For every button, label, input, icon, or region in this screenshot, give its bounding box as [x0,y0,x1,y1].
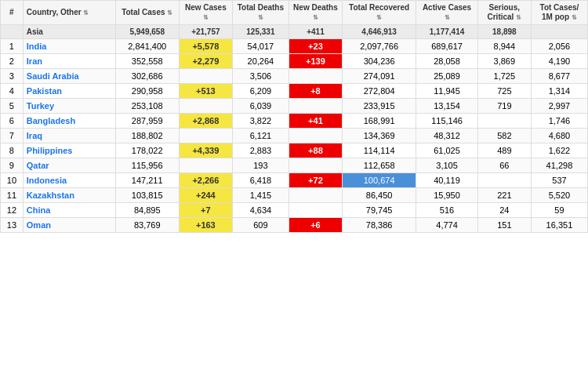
row-new-deaths: +8 [289,84,342,99]
sort-arrow-total-recovered: ⇅ [376,14,382,21]
row-total-deaths: 1,415 [232,188,289,203]
col-total-deaths-header[interactable]: Total Deaths ⇅ [232,1,289,25]
row-total-deaths: 54,017 [232,39,289,54]
row-country[interactable]: Kazakhstan [23,188,115,203]
country-link[interactable]: India [27,42,47,51]
row-total-cases: 253,108 [115,99,179,114]
row-serious [477,114,531,129]
country-link[interactable]: China [27,205,51,215]
row-country[interactable]: Oman [23,218,115,233]
row-new-cases: +2,266 [179,173,232,188]
row-country[interactable]: Saudi Arabia [23,69,115,84]
country-link[interactable]: Oman [27,220,51,230]
country-link[interactable]: Iran [27,56,42,66]
row-num: 8 [1,143,24,158]
row-total-deaths: 20,264 [232,54,289,69]
row-new-cases: +163 [179,218,232,233]
row-total-cases: 83,769 [115,218,179,233]
sort-arrow-new-cases: ⇅ [203,14,209,21]
row-active-cases: 25,089 [416,69,478,84]
row-total-cases: 178,022 [115,143,179,158]
region-tot-per-m [531,25,587,39]
row-total-recovered: 112,658 [342,158,416,173]
row-active-cases: 4,774 [416,218,478,233]
row-new-deaths: +6 [289,218,342,233]
country-link[interactable]: Iraq [27,131,42,140]
row-num: 13 [1,218,24,233]
col-total-recovered-header[interactable]: Total Recovered ⇅ [342,1,416,25]
col-total-deaths-label: Total Deaths [238,3,284,12]
row-total-recovered: 233,915 [342,99,416,114]
col-tot-per-m-header[interactable]: Tot Cases/ 1M pop ⇅ [531,1,587,25]
row-new-deaths: +72 [289,173,342,188]
country-link[interactable]: Saudi Arabia [27,71,79,81]
row-total-deaths: 4,634 [232,203,289,218]
row-tot-per-m: 16,351 [531,218,587,233]
row-country[interactable]: Qatar [23,158,115,173]
row-total-recovered: 79,745 [342,203,416,218]
row-num: 2 [1,54,24,69]
col-serious-header[interactable]: Serious, Critical ⇅ [477,1,531,25]
covid-table: # Country, Other ⇅ Total Cases ⇅ New Cas… [0,0,588,233]
row-total-recovered: 78,386 [342,218,416,233]
table-row: 10Indonesia147,211+2,2666,418+72100,6744… [1,173,588,188]
row-country[interactable]: Indonesia [23,173,115,188]
row-country[interactable]: China [23,203,115,218]
row-new-deaths: +23 [289,39,342,54]
row-total-recovered: 114,114 [342,143,416,158]
row-total-recovered: 134,369 [342,129,416,143]
row-country[interactable]: Bangladesh [23,114,115,129]
country-link[interactable]: Indonesia [27,176,67,185]
region-row-asia: Asia 5,949,658 +21,757 125,331 +411 4,64… [1,25,588,39]
row-serious: 221 [477,188,531,203]
row-serious: 24 [477,203,531,218]
country-link[interactable]: Turkey [27,101,54,111]
row-country[interactable]: Pakistan [23,84,115,99]
row-country[interactable]: Turkey [23,99,115,114]
row-total-cases: 115,956 [115,158,179,173]
col-total-cases-header[interactable]: Total Cases ⇅ [115,1,179,25]
country-link[interactable]: Pakistan [27,86,62,96]
col-active-cases-header[interactable]: Active Cases ⇅ [416,1,478,25]
row-country[interactable]: Iraq [23,129,115,143]
row-active-cases: 11,945 [416,84,478,99]
col-num-header[interactable]: # [1,1,24,25]
row-new-cases: +2,279 [179,54,232,69]
row-serious: 1,725 [477,69,531,84]
row-total-deaths: 193 [232,158,289,173]
country-link[interactable]: Bangladesh [27,116,75,125]
col-num-label: # [9,8,14,16]
row-total-deaths: 2,883 [232,143,289,158]
row-new-cases: +5,578 [179,39,232,54]
row-num: 7 [1,129,24,143]
col-new-cases-label: New Cases [185,3,227,12]
col-new-cases-header[interactable]: New Cases ⇅ [179,1,232,25]
row-new-deaths: +88 [289,143,342,158]
row-tot-per-m: 1,746 [531,114,587,129]
col-country-header[interactable]: Country, Other ⇅ [23,1,115,25]
region-new-deaths: +411 [289,25,342,39]
col-total-recovered-label: Total Recovered [349,3,409,12]
col-active-cases-label: Active Cases [423,3,471,12]
row-total-cases: 188,802 [115,129,179,143]
row-total-cases: 147,211 [115,173,179,188]
row-active-cases: 3,105 [416,158,478,173]
row-serious: 151 [477,218,531,233]
row-country[interactable]: Philippines [23,143,115,158]
country-link[interactable]: Qatar [27,161,49,170]
row-active-cases: 48,312 [416,129,478,143]
row-country[interactable]: Iran [23,54,115,69]
row-total-cases: 287,959 [115,114,179,129]
country-link[interactable]: Kazakhstan [27,191,74,200]
row-total-deaths: 6,121 [232,129,289,143]
row-tot-per-m: 1,314 [531,84,587,99]
row-tot-per-m: 2,997 [531,99,587,114]
row-country[interactable]: India [23,39,115,54]
col-new-deaths-label: New Deaths [293,3,338,12]
sort-arrow-total-deaths: ⇅ [258,14,263,21]
row-active-cases: 61,025 [416,143,478,158]
row-new-deaths [289,188,342,203]
col-new-deaths-header[interactable]: New Deaths ⇅ [289,1,342,25]
country-link[interactable]: Philippines [27,146,73,155]
row-total-recovered: 304,236 [342,54,416,69]
